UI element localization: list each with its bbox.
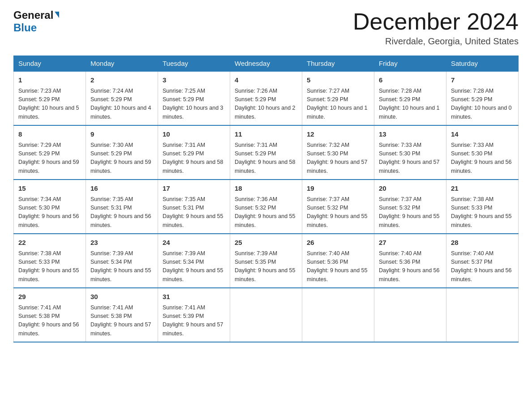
col-tuesday: Tuesday [158,56,230,72]
day-info: Sunrise: 7:25 AMSunset: 5:29 PMDaylight:… [163,87,225,122]
day-info: Sunrise: 7:28 AMSunset: 5:29 PMDaylight:… [379,87,442,122]
calendar-cell: 14Sunrise: 7:33 AMSunset: 5:30 PMDayligh… [446,125,519,180]
day-number: 15 [18,184,81,194]
day-info: Sunrise: 7:41 AMSunset: 5:38 PMDaylight:… [18,304,81,338]
col-wednesday: Wednesday [230,56,302,72]
calendar-cell: 27Sunrise: 7:40 AMSunset: 5:36 PMDayligh… [374,234,446,288]
calendar-cell: 15Sunrise: 7:34 AMSunset: 5:30 PMDayligh… [14,180,86,234]
day-number: 24 [163,238,225,248]
calendar-table: Sunday Monday Tuesday Wednesday Thursday… [13,56,519,342]
day-info: Sunrise: 7:34 AMSunset: 5:30 PMDaylight:… [18,195,81,230]
col-friday: Friday [374,56,446,72]
day-info: Sunrise: 7:30 AMSunset: 5:29 PMDaylight:… [90,141,153,176]
calendar-cell [446,288,519,342]
calendar-cell: 25Sunrise: 7:39 AMSunset: 5:35 PMDayligh… [230,234,302,288]
calendar-week-row: 22Sunrise: 7:38 AMSunset: 5:33 PMDayligh… [14,234,519,288]
day-number: 9 [90,129,153,140]
day-info: Sunrise: 7:38 AMSunset: 5:33 PMDaylight:… [18,249,81,284]
day-number: 6 [379,75,442,86]
calendar-cell: 7Sunrise: 7:28 AMSunset: 5:29 PMDaylight… [446,71,519,125]
calendar-cell: 2Sunrise: 7:24 AMSunset: 5:29 PMDaylight… [86,71,158,125]
day-info: Sunrise: 7:38 AMSunset: 5:33 PMDaylight:… [451,195,514,230]
day-number: 10 [163,129,225,140]
calendar-cell: 21Sunrise: 7:38 AMSunset: 5:33 PMDayligh… [446,180,519,234]
calendar-cell: 5Sunrise: 7:27 AMSunset: 5:29 PMDaylight… [302,71,374,125]
title-area: December 2024 Riverdale, Georgia, United… [353,9,519,47]
col-sunday: Sunday [14,56,86,72]
day-info: Sunrise: 7:37 AMSunset: 5:32 PMDaylight:… [307,195,369,230]
calendar-cell: 22Sunrise: 7:38 AMSunset: 5:33 PMDayligh… [14,234,86,288]
day-info: Sunrise: 7:29 AMSunset: 5:29 PMDaylight:… [18,141,81,176]
page-header: General Blue December 2024 Riverdale, Ge… [13,9,519,47]
day-info: Sunrise: 7:32 AMSunset: 5:30 PMDaylight:… [307,141,369,176]
day-info: Sunrise: 7:41 AMSunset: 5:39 PMDaylight:… [163,304,225,338]
day-info: Sunrise: 7:31 AMSunset: 5:29 PMDaylight:… [235,141,297,176]
calendar-cell: 20Sunrise: 7:37 AMSunset: 5:32 PMDayligh… [374,180,446,234]
calendar-cell: 3Sunrise: 7:25 AMSunset: 5:29 PMDaylight… [158,71,230,125]
day-number: 16 [90,184,153,194]
calendar-cell: 28Sunrise: 7:40 AMSunset: 5:37 PMDayligh… [446,234,519,288]
day-info: Sunrise: 7:41 AMSunset: 5:38 PMDaylight:… [90,304,153,338]
calendar-cell: 26Sunrise: 7:40 AMSunset: 5:36 PMDayligh… [302,234,374,288]
day-info: Sunrise: 7:33 AMSunset: 5:30 PMDaylight:… [451,141,514,176]
calendar-cell: 17Sunrise: 7:35 AMSunset: 5:31 PMDayligh… [158,180,230,234]
day-info: Sunrise: 7:27 AMSunset: 5:29 PMDaylight:… [307,87,369,122]
day-number: 28 [451,238,514,248]
calendar-cell: 29Sunrise: 7:41 AMSunset: 5:38 PMDayligh… [14,288,86,342]
day-info: Sunrise: 7:40 AMSunset: 5:37 PMDaylight:… [451,249,514,284]
day-info: Sunrise: 7:35 AMSunset: 5:31 PMDaylight:… [163,195,225,230]
calendar-cell [302,288,374,342]
day-info: Sunrise: 7:33 AMSunset: 5:30 PMDaylight:… [379,141,442,176]
day-number: 29 [18,292,81,302]
calendar-cell: 18Sunrise: 7:36 AMSunset: 5:32 PMDayligh… [230,180,302,234]
day-number: 11 [235,129,297,140]
logo-triangle-icon [55,12,59,18]
day-number: 1 [18,75,81,86]
day-info: Sunrise: 7:39 AMSunset: 5:35 PMDaylight:… [235,249,297,284]
day-number: 31 [163,292,225,302]
calendar-cell: 19Sunrise: 7:37 AMSunset: 5:32 PMDayligh… [302,180,374,234]
calendar-cell: 8Sunrise: 7:29 AMSunset: 5:29 PMDaylight… [14,125,86,180]
calendar-cell: 1Sunrise: 7:23 AMSunset: 5:29 PMDaylight… [14,71,86,125]
calendar-cell: 11Sunrise: 7:31 AMSunset: 5:29 PMDayligh… [230,125,302,180]
day-number: 2 [90,75,153,86]
calendar-cell: 4Sunrise: 7:26 AMSunset: 5:29 PMDaylight… [230,71,302,125]
col-saturday: Saturday [446,56,519,72]
day-number: 14 [451,129,514,140]
calendar-cell: 31Sunrise: 7:41 AMSunset: 5:39 PMDayligh… [158,288,230,342]
day-number: 25 [235,238,297,248]
day-number: 22 [18,238,81,248]
col-thursday: Thursday [302,56,374,72]
day-info: Sunrise: 7:40 AMSunset: 5:36 PMDaylight:… [379,249,442,284]
calendar-week-row: 15Sunrise: 7:34 AMSunset: 5:30 PMDayligh… [14,180,519,234]
calendar-cell: 9Sunrise: 7:30 AMSunset: 5:29 PMDaylight… [86,125,158,180]
day-number: 19 [307,184,369,194]
day-info: Sunrise: 7:40 AMSunset: 5:36 PMDaylight:… [307,249,369,284]
day-number: 27 [379,238,442,248]
calendar-cell: 10Sunrise: 7:31 AMSunset: 5:29 PMDayligh… [158,125,230,180]
calendar-cell: 6Sunrise: 7:28 AMSunset: 5:29 PMDaylight… [374,71,446,125]
calendar-cell: 16Sunrise: 7:35 AMSunset: 5:31 PMDayligh… [86,180,158,234]
day-number: 17 [163,184,225,194]
day-number: 13 [379,129,442,140]
calendar-header-row: Sunday Monday Tuesday Wednesday Thursday… [14,56,519,72]
calendar-cell: 23Sunrise: 7:39 AMSunset: 5:34 PMDayligh… [86,234,158,288]
logo-general-text: General [13,9,53,21]
calendar-cell: 13Sunrise: 7:33 AMSunset: 5:30 PMDayligh… [374,125,446,180]
calendar-week-row: 1Sunrise: 7:23 AMSunset: 5:29 PMDaylight… [14,71,519,125]
day-number: 5 [307,75,369,86]
day-info: Sunrise: 7:31 AMSunset: 5:29 PMDaylight:… [163,141,225,176]
day-info: Sunrise: 7:26 AMSunset: 5:29 PMDaylight:… [235,87,297,122]
col-monday: Monday [86,56,158,72]
day-number: 12 [307,129,369,140]
day-number: 20 [379,184,442,194]
day-info: Sunrise: 7:39 AMSunset: 5:34 PMDaylight:… [90,249,153,284]
day-number: 8 [18,129,81,140]
logo: General Blue [13,9,59,34]
day-number: 21 [451,184,514,194]
day-number: 23 [90,238,153,248]
day-number: 3 [163,75,225,86]
day-number: 7 [451,75,514,86]
month-title: December 2024 [353,9,519,34]
location-subtitle: Riverdale, Georgia, United States [353,36,519,47]
